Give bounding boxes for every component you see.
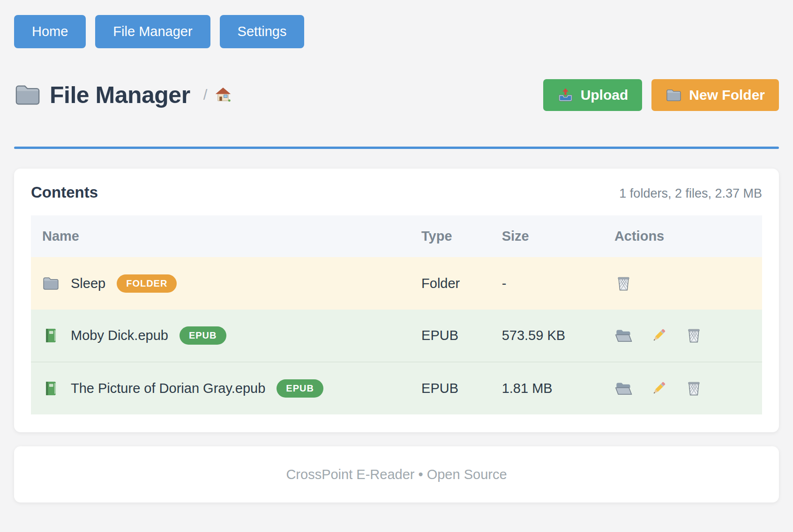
file-table: NameTypeSizeActions SleepFOLDERFolder-Mo…: [31, 215, 762, 414]
upload-button[interactable]: Upload: [543, 79, 643, 111]
open-folder-icon: [614, 379, 633, 398]
new-folder-button[interactable]: New Folder: [651, 79, 779, 111]
delete-button[interactable]: [685, 379, 703, 398]
green-book-icon: [42, 380, 60, 397]
delete-button[interactable]: [614, 274, 633, 293]
header-actions: Upload New Folder: [543, 79, 779, 111]
header-divider: [14, 147, 779, 149]
open-button[interactable]: [614, 379, 633, 398]
contents-card: Contents 1 folders, 2 files, 2.37 MB Nam…: [14, 169, 779, 432]
nav-home[interactable]: Home: [14, 15, 86, 48]
actions-cell: [614, 257, 762, 310]
trash-icon: [614, 274, 633, 293]
rename-button[interactable]: [650, 379, 668, 398]
top-nav: HomeFile ManagerSettings: [14, 0, 779, 48]
folder-icon: [14, 81, 41, 109]
page-header: File Manager / Upload New Folder: [14, 79, 779, 111]
pencil-icon: [650, 379, 668, 398]
table-header-row: NameTypeSizeActions: [31, 215, 762, 257]
table-row: The Picture of Dorian Gray.epubEPUBEPUB1…: [31, 362, 762, 414]
breadcrumb: /: [203, 86, 233, 104]
green-book-icon: [42, 327, 60, 344]
trash-icon: [685, 379, 703, 398]
breadcrumb-separator: /: [203, 87, 208, 103]
type-badge: EPUB: [180, 326, 226, 345]
type-cell: EPUB: [421, 362, 502, 414]
footer-text: CrossPoint E-Reader • Open Source: [286, 467, 507, 482]
upload-button-label: Upload: [581, 87, 628, 103]
table-row: Moby Dick.epubEPUBEPUB573.59 KB: [31, 310, 762, 362]
nav-settings[interactable]: Settings: [220, 15, 305, 48]
file-name: Moby Dick.epub: [71, 328, 168, 343]
folder-icon: [42, 275, 60, 292]
nav-file-manager[interactable]: File Manager: [95, 15, 210, 48]
upload-icon: [557, 87, 574, 103]
file-name[interactable]: Sleep: [71, 276, 105, 291]
type-cell: Folder: [421, 257, 502, 310]
file-name: The Picture of Dorian Gray.epub: [71, 381, 265, 396]
folder-icon: [666, 87, 682, 103]
contents-title: Contents: [31, 184, 98, 201]
contents-summary: 1 folders, 2 files, 2.37 MB: [619, 186, 762, 201]
pencil-icon: [650, 326, 668, 345]
column-header-size: Size: [502, 215, 614, 257]
type-cell: EPUB: [421, 310, 502, 362]
house-icon[interactable]: [214, 86, 232, 104]
trash-icon: [685, 326, 703, 345]
contents-card-header: Contents 1 folders, 2 files, 2.37 MB: [31, 184, 762, 201]
page-title: File Manager: [50, 81, 190, 109]
size-cell: 573.59 KB: [502, 310, 614, 362]
rename-button[interactable]: [650, 326, 668, 345]
column-header-actions: Actions: [614, 215, 762, 257]
type-badge: EPUB: [277, 379, 323, 398]
table-row: SleepFOLDERFolder-: [31, 257, 762, 310]
actions-cell: [614, 362, 762, 414]
title-group: File Manager /: [14, 81, 232, 109]
type-badge: FOLDER: [117, 274, 177, 293]
page: HomeFile ManagerSettings File Manager / …: [0, 0, 793, 521]
column-header-name: Name: [31, 215, 421, 257]
delete-button[interactable]: [685, 326, 703, 345]
new-folder-button-label: New Folder: [689, 87, 765, 103]
size-cell: 1.81 MB: [502, 362, 614, 414]
actions-cell: [614, 310, 762, 362]
column-header-type: Type: [421, 215, 502, 257]
size-cell: -: [502, 257, 614, 310]
open-folder-icon: [614, 326, 633, 345]
footer-card: CrossPoint E-Reader • Open Source: [14, 446, 779, 502]
open-button[interactable]: [614, 326, 633, 345]
